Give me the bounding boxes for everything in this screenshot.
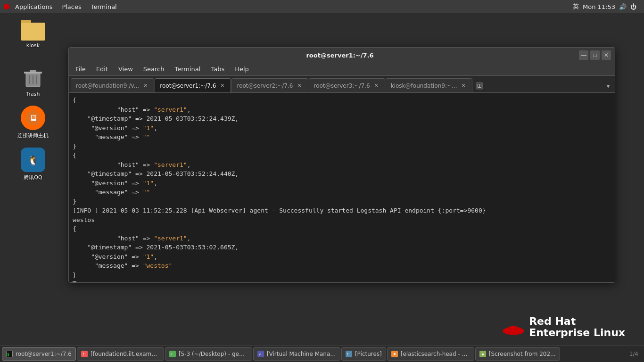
menu-search[interactable]: Search <box>139 64 169 74</box>
taskbar-item-gedit[interactable]: t [5-3 (~/Desktop) - ged... <box>165 347 252 361</box>
desktop-icon-kiosk[interactable]: kiosk <box>12 18 54 50</box>
tab-4-close[interactable]: ✕ <box>373 82 380 89</box>
terminal-line-20: } <box>73 271 611 280</box>
taskbar-item-files[interactable]: f [Pictures] <box>341 347 386 361</box>
redhat-dot <box>4 4 9 9</box>
taskbar-files-label: [Pictures] <box>355 351 382 357</box>
svg-point-26 <box>482 354 484 355</box>
tab-3[interactable]: root@server2:~/7.6 ✕ <box>231 78 308 92</box>
qq-icon: 🐧 <box>21 148 45 172</box>
svg-point-24 <box>394 353 396 355</box>
desktop-icon-connect-label: 连接讲师主机 <box>17 132 49 139</box>
menu-edit[interactable]: Edit <box>91 64 113 74</box>
tab-dropdown-button[interactable]: ▾ <box>603 79 613 92</box>
redhat-line1: Red Hat <box>529 316 625 327</box>
power-icon[interactable]: ⏻ <box>630 3 636 10</box>
taskbar-terminal-label: root@server1:~/7.6 <box>16 351 72 357</box>
terminal-line-12: } <box>73 197 611 206</box>
desktop: kiosk Trash 🖥 连接讲师主机 <box>0 13 66 345</box>
terminal-line-16: "host" => "server1", <box>73 234 611 243</box>
terminal-line-19: "message" => "westos" <box>73 261 611 271</box>
terminal-line-15: { <box>73 224 611 234</box>
terminal-menubar: File Edit View Search Terminal Tabs Help <box>69 63 615 76</box>
language-indicator[interactable]: 英 <box>573 2 579 11</box>
svg-text:t: t <box>171 353 172 356</box>
tab-4-label: root@server3:~/7.6 <box>314 82 370 89</box>
taskbar-files-icon: f <box>346 351 352 357</box>
tab-3-close[interactable]: ✕ <box>296 82 303 89</box>
svg-text:v: v <box>259 353 261 356</box>
menu-file[interactable]: File <box>71 64 91 74</box>
terminal-line-5: "message" => "" <box>73 132 611 142</box>
svg-text:🐧: 🐧 <box>27 155 39 166</box>
page-indicator: 1/4 <box>629 351 642 357</box>
volume-icon[interactable]: 🔊 <box>619 3 627 10</box>
terminal-line-17: "@timestamp" => 2021-05-03T03:53:02.665Z… <box>73 243 611 252</box>
taskbar-gedit-icon: t <box>169 351 176 357</box>
window-controls: — □ ✕ <box>579 50 611 60</box>
terminal-line-18: "@version" => "1", <box>73 252 611 262</box>
tab-5[interactable]: kiosk@foundation9:~... ✕ <box>386 78 472 92</box>
terminal-line-9: "@timestamp" => 2021-05-03T03:52:24.440Z… <box>73 169 611 179</box>
taskbar-item-screenshot[interactable]: [Screenshot from 202... <box>475 347 560 361</box>
menu-help[interactable]: Help <box>230 64 254 74</box>
menu-view[interactable]: View <box>114 64 138 74</box>
taskbar-virt-icon: v <box>257 351 264 357</box>
trash-icon <box>22 66 44 89</box>
menu-tabs[interactable]: Tabs <box>206 64 229 74</box>
svg-rect-2 <box>24 72 42 74</box>
terminal-line-2: "host" => "server1", <box>73 105 611 115</box>
redhat-hat-icon <box>502 319 525 336</box>
taskbar: $ root@server1:~/7.6 f [foundation0.ilt.… <box>0 345 644 362</box>
taskbar-item-chrome[interactable]: [elasticsearch-head - G... <box>387 347 474 361</box>
terminal-cursor-line <box>73 280 611 282</box>
tab-1-close[interactable]: ✕ <box>142 82 149 89</box>
tab-bar: root@foundation9:/v... ✕ root@server1:~/… <box>69 76 615 93</box>
terminal-line-1: { <box>73 96 611 105</box>
terminal-line-8: "host" => "server1", <box>73 160 611 170</box>
minimize-button[interactable]: — <box>579 50 588 60</box>
terminal-line-13: [INFO ] 2021-05-03 11:52:25.228 [Api Web… <box>73 206 611 215</box>
terminal-line-7: { <box>73 151 611 160</box>
tab-1-label: root@foundation9:/v... <box>76 82 139 89</box>
maximize-button[interactable]: □ <box>590 50 600 60</box>
taskbar-virt-label: [Virtual Machine Manag... <box>267 351 336 357</box>
taskbar-firefox-label: [foundation0.ilt.exampl... <box>91 351 160 357</box>
tab-2-close[interactable]: ✕ <box>219 82 226 89</box>
tab-2-label: root@server1:~/7.6 <box>160 82 216 89</box>
tab-5-close[interactable]: ✕ <box>460 82 467 89</box>
desktop-icon-trash[interactable]: Trash <box>12 65 54 99</box>
menu-terminal[interactable]: Terminal <box>170 64 205 74</box>
tab-1[interactable]: root@foundation9:/v... ✕ <box>71 78 154 92</box>
window-title: root@server1:~/7.6 <box>101 52 579 59</box>
desktop-icon-qq[interactable]: 🐧 腾讯QQ <box>12 146 54 183</box>
redhat-logo: Red Hat Enterprise Linux <box>502 316 625 338</box>
applications-menu[interactable]: Applications <box>11 2 56 11</box>
svg-text:🖥: 🖥 <box>29 113 37 123</box>
connect-icon: 🖥 <box>21 106 45 130</box>
taskbar-item-firefox[interactable]: f [foundation0.ilt.exampl... <box>77 347 164 361</box>
terminal-line-4: "@version" => "1", <box>73 123 611 133</box>
close-button[interactable]: ✕ <box>602 50 611 60</box>
tab-4[interactable]: root@server3:~/7.6 ✕ <box>309 78 385 92</box>
taskbar-item-terminal[interactable]: $ root@server1:~/7.6 <box>2 347 76 361</box>
terminal-menu[interactable]: Terminal <box>87 2 121 11</box>
terminal-line-14: westos <box>73 215 611 225</box>
taskbar-screenshot-icon <box>479 351 486 357</box>
redhat-line2: Enterprise Linux <box>529 327 625 338</box>
desktop-icon-qq-label: 腾讯QQ <box>24 174 42 181</box>
tab-2[interactable]: root@server1:~/7.6 ✕ <box>155 78 231 92</box>
taskbar-item-virt[interactable]: v [Virtual Machine Manag... <box>253 347 340 361</box>
terminal-line-10: "@version" => "1", <box>73 179 611 188</box>
terminal-line-6: } <box>73 142 611 151</box>
terminal-content[interactable]: { "host" => "server1", "@timestamp" => 2… <box>69 93 615 282</box>
taskbar-firefox-icon: f <box>81 351 88 357</box>
taskbar-chrome-icon <box>391 351 398 357</box>
places-menu[interactable]: Places <box>58 2 85 11</box>
redhat-text: Red Hat Enterprise Linux <box>529 316 625 338</box>
taskbar-terminal-icon: $ <box>6 351 13 357</box>
new-tab-button[interactable]: ⊞ <box>473 79 486 92</box>
tab-5-label: kiosk@foundation9:~... <box>391 82 457 89</box>
taskbar-gedit-label: [5-3 (~/Desktop) - ged... <box>179 351 248 357</box>
desktop-icon-connect[interactable]: 🖥 连接讲师主机 <box>12 104 54 141</box>
